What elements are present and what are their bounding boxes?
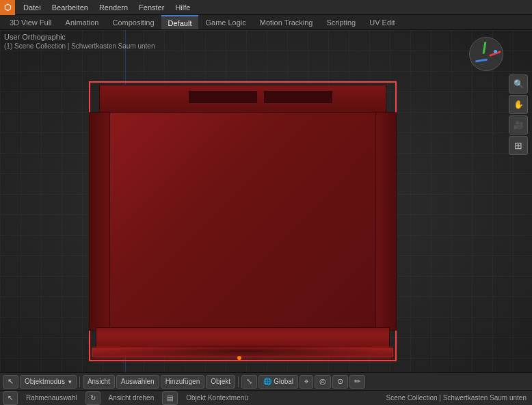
tab-gamelogic[interactable]: Game Logic bbox=[198, 15, 252, 29]
menu-rendern[interactable]: Rendern bbox=[94, 0, 133, 14]
gizmo-y-axis bbox=[482, 42, 486, 54]
zoom-icon: 🔍 bbox=[514, 79, 524, 89]
grease-btn[interactable]: ✏ bbox=[349, 375, 365, 389]
snap-btn[interactable]: ⌖ bbox=[300, 375, 313, 389]
grease-icon: ✏ bbox=[354, 377, 360, 386]
global-label: Global bbox=[274, 378, 293, 385]
global-dropdown[interactable]: 🌐 Global bbox=[258, 375, 298, 389]
viewport-3d[interactable]: User Orthographic (1) Scene Collection |… bbox=[0, 30, 532, 377]
snap-icon: ⌖ bbox=[304, 377, 308, 386]
status-bar: ↖ Rahmenauswahl ↻ Ansicht drehen ▤ Objek… bbox=[0, 390, 532, 405]
cursor-icon: ↖ bbox=[8, 377, 14, 386]
status-orbit-icon: ↻ bbox=[90, 394, 96, 402]
tab-default[interactable]: Default bbox=[161, 15, 199, 29]
bottom-toolbar: ↖ Objektmodus Ansicht Auswählen Hinzufüg… bbox=[0, 372, 532, 390]
proportional-icon: ⊙ bbox=[337, 377, 343, 386]
gizmo-z-axis bbox=[475, 58, 488, 62]
object-label: Objekt bbox=[211, 378, 230, 385]
cabinet-top-panel bbox=[99, 85, 386, 115]
view-button[interactable]: Ansicht bbox=[83, 375, 115, 389]
menu-hilfe[interactable]: Hilfe bbox=[170, 0, 196, 14]
context-menu-label: Objekt Kontextmenü bbox=[181, 394, 254, 402]
proportional-btn[interactable]: ⊙ bbox=[332, 375, 348, 389]
object-mode-label: Objektmodus bbox=[25, 378, 65, 385]
gizmo-circle bbox=[469, 37, 503, 71]
tab-scripting[interactable]: Scripting bbox=[319, 15, 362, 29]
grid-icon: ⊞ bbox=[514, 140, 522, 151]
status-cursor-icon: ↖ bbox=[8, 394, 13, 402]
view-label: Ansicht bbox=[88, 378, 110, 385]
object-button[interactable]: Objekt bbox=[206, 375, 235, 389]
transform-btn[interactable]: ⤡ bbox=[241, 375, 257, 389]
gizmo-dot bbox=[494, 50, 497, 53]
cabinet-body bbox=[109, 112, 376, 331]
object-shadow bbox=[103, 344, 390, 358]
tab-animation[interactable]: Animation bbox=[59, 15, 106, 29]
status-select-button[interactable]: ↖ bbox=[3, 391, 18, 405]
orientation-gizmo[interactable] bbox=[469, 37, 503, 71]
status-context-icon: ▤ bbox=[167, 394, 173, 402]
workspace-tabs: 3D View Full Animation Compositing Defau… bbox=[0, 15, 532, 30]
zoom-to-fit-button[interactable]: 🔍 bbox=[509, 74, 528, 94]
menu-fenster[interactable]: Fenster bbox=[133, 0, 170, 14]
menu-bearbeiten[interactable]: Bearbeiten bbox=[46, 0, 94, 14]
global-icon: 🌐 bbox=[263, 378, 271, 385]
add-button[interactable]: Hinzufügen bbox=[161, 375, 205, 389]
cursor-button[interactable]: ↖ bbox=[3, 375, 18, 389]
select-button[interactable]: Auswählen bbox=[116, 375, 159, 389]
pivot-icon: ◎ bbox=[319, 377, 326, 386]
pivot-btn[interactable]: ◎ bbox=[315, 375, 331, 389]
tab-3dviewfull[interactable]: 3D View Full bbox=[3, 15, 59, 29]
transform-icon: ⤡ bbox=[246, 377, 252, 386]
cabinet-right-panel bbox=[373, 112, 397, 331]
add-label: Hinzufügen bbox=[165, 378, 200, 385]
box-select-label: Rahmenauswahl bbox=[21, 394, 83, 402]
camera-button[interactable]: 🎥 bbox=[509, 115, 528, 135]
object-mode-dropdown[interactable]: Objektmodus bbox=[20, 375, 77, 389]
cabinet-slot-2 bbox=[264, 91, 332, 103]
view-grid-button[interactable]: ⊞ bbox=[509, 136, 528, 155]
camera-icon: 🎥 bbox=[514, 120, 524, 130]
tab-compositing[interactable]: Compositing bbox=[105, 15, 161, 29]
status-orbit-button[interactable]: ↻ bbox=[85, 391, 101, 405]
select-label: Auswählen bbox=[121, 378, 155, 385]
cabinet-slot-1 bbox=[189, 91, 257, 103]
pan-icon: ✋ bbox=[514, 100, 524, 109]
top-menu-bar: ⬡ Datei Bearbeiten Rendern Fenster Hilfe bbox=[0, 0, 532, 15]
separator-1 bbox=[79, 376, 80, 387]
3d-object-container bbox=[89, 64, 397, 358]
orbit-view-label: Ansicht drehen bbox=[103, 394, 160, 402]
status-context-button[interactable]: ▤ bbox=[162, 391, 178, 405]
right-toolbar: 🔍 ✋ 🎥 ⊞ bbox=[509, 74, 529, 155]
tab-motiontracking[interactable]: Motion Tracking bbox=[253, 15, 320, 29]
pan-button[interactable]: ✋ bbox=[509, 95, 528, 114]
separator-2 bbox=[238, 376, 239, 387]
menu-datei[interactable]: Datei bbox=[18, 0, 46, 14]
tab-uvedit[interactable]: UV Edit bbox=[362, 15, 401, 29]
scene-info-label: Scene Collection | Schwertkasten Saum un… bbox=[381, 394, 533, 402]
